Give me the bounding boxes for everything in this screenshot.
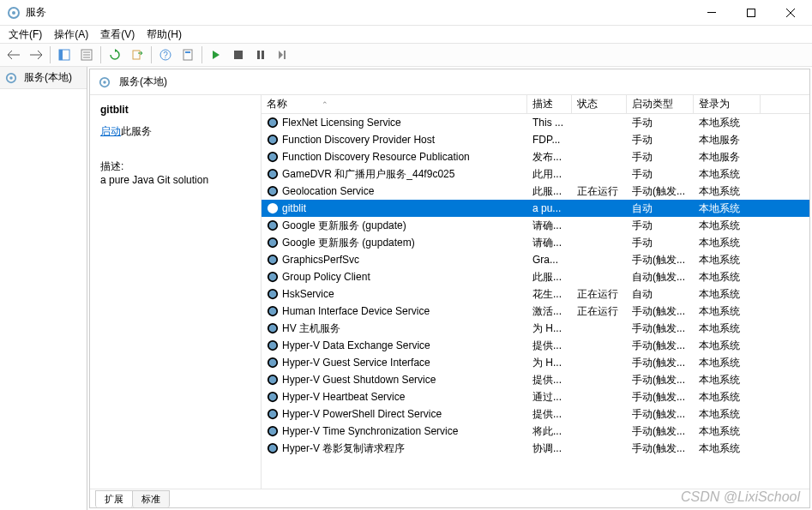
- separator: [50, 46, 51, 63]
- service-row[interactable]: Hyper-V Guest Shutdown Service提供...手动(触发…: [262, 371, 809, 388]
- svg-point-41: [271, 292, 274, 296]
- service-desc: 通过...: [527, 388, 572, 405]
- svg-point-53: [271, 395, 274, 399]
- service-row[interactable]: Function Discovery Resource Publication发…: [262, 148, 809, 165]
- service-logon: 本地系统: [694, 303, 761, 320]
- service-status: [572, 423, 627, 440]
- service-start-type: 手动(触发...: [627, 303, 694, 320]
- service-row[interactable]: Hyper-V Guest Service Interface为 H...手动(…: [262, 354, 809, 371]
- service-row[interactable]: HskService花生...正在运行自动本地系统: [262, 285, 809, 303]
- gear-icon: [267, 254, 279, 266]
- service-row[interactable]: Hyper-V Heartbeat Service通过...手动(触发...本地…: [262, 388, 809, 405]
- menu-help[interactable]: 帮助(H): [141, 26, 187, 44]
- gear-icon: [267, 339, 279, 351]
- service-row[interactable]: HV 主机服务为 H...手动(触发...本地系统: [262, 320, 809, 337]
- service-desc: 此服...: [527, 183, 572, 200]
- gear-icon: [267, 322, 279, 334]
- service-logon: 本地服务: [694, 148, 761, 165]
- start-suffix: 此服务: [121, 125, 152, 137]
- service-name: gitblit: [282, 202, 306, 214]
- service-name: Hyper-V Data Exchange Service: [282, 339, 430, 351]
- service-desc: 协调...: [527, 440, 572, 457]
- restart-service-button[interactable]: [273, 45, 293, 65]
- svg-point-55: [271, 412, 274, 416]
- service-row[interactable]: Geolocation Service此服...正在运行手动(触发...本地系统: [262, 183, 809, 200]
- service-row[interactable]: GraphicsPerfSvcGra...手动(触发...本地系统: [262, 251, 809, 268]
- svg-rect-3: [748, 9, 755, 16]
- tab-extended[interactable]: 扩展: [95, 490, 133, 507]
- service-row[interactable]: Hyper-V Time Synchronization Service将此..…: [262, 423, 809, 440]
- gear-icon: [267, 357, 279, 369]
- service-row[interactable]: GameDVR 和广播用户服务_44f9c025此用...手动本地系统: [262, 165, 809, 183]
- refresh-button[interactable]: [105, 45, 125, 65]
- menu-view[interactable]: 查看(V): [95, 26, 140, 44]
- menu-file[interactable]: 文件(F): [3, 26, 47, 44]
- col-header-start[interactable]: 启动类型: [627, 95, 694, 113]
- service-logon: 本地系统: [694, 423, 761, 440]
- col-header-desc[interactable]: 描述: [527, 95, 572, 113]
- service-row[interactable]: Hyper-V PowerShell Direct Service提供...手动…: [262, 405, 809, 423]
- sidebar-item-services-local[interactable]: 服务(本地): [0, 67, 87, 89]
- props-button[interactable]: [177, 45, 198, 65]
- close-button[interactable]: [771, 0, 810, 26]
- svg-point-39: [271, 275, 274, 279]
- tab-standard[interactable]: 标准: [132, 490, 170, 507]
- stop-service-button[interactable]: [228, 45, 249, 65]
- service-status: 正在运行: [572, 285, 627, 303]
- sort-asc-icon: ⌃: [322, 100, 328, 109]
- refresh-icon: [109, 49, 121, 61]
- service-start-type: 手动: [627, 217, 694, 234]
- service-row[interactable]: Group Policy Client此服...自动(触发...本地系统: [262, 268, 809, 285]
- service-desc: 请确...: [527, 234, 572, 251]
- svg-rect-2: [707, 12, 716, 13]
- start-service-link[interactable]: 启动: [100, 125, 121, 137]
- properties-button[interactable]: [76, 45, 97, 65]
- service-start-type: 手动: [627, 165, 694, 183]
- service-row[interactable]: Human Interface Device Service激活...正在运行手…: [262, 303, 809, 320]
- col-header-name[interactable]: 名称⌃: [262, 95, 527, 113]
- service-row[interactable]: Hyper-V 卷影复制请求程序协调...手动(触发...本地系统: [262, 440, 809, 457]
- service-start-type: 手动(触发...: [627, 388, 694, 405]
- service-desc: Gra...: [527, 251, 572, 268]
- svg-point-33: [271, 224, 274, 227]
- svg-rect-12: [234, 51, 243, 59]
- service-list[interactable]: 名称⌃ 描述 状态 启动类型 登录为 FlexNet Licensing Ser…: [262, 95, 809, 489]
- help-button[interactable]: ?: [155, 45, 176, 65]
- col-header-status[interactable]: 状态: [572, 95, 627, 113]
- list-header: 名称⌃ 描述 状态 启动类型 登录为: [262, 95, 809, 114]
- service-row[interactable]: FlexNet Licensing ServiceThis ...手动本地系统: [262, 114, 809, 131]
- service-start-type: 手动(触发...: [627, 337, 694, 354]
- sheet-icon: [182, 49, 194, 61]
- forward-button[interactable]: [26, 45, 46, 65]
- separator: [151, 46, 152, 63]
- list-icon: [81, 49, 93, 61]
- toolbar: ?: [0, 43, 812, 67]
- service-start-type: 手动: [627, 114, 694, 131]
- minimize-icon: [707, 12, 716, 13]
- svg-point-37: [271, 258, 274, 261]
- service-start-type: 手动: [627, 234, 694, 251]
- service-start-type: 手动(触发...: [627, 405, 694, 423]
- service-logon: 本地系统: [694, 285, 761, 303]
- service-name: Human Interface Device Service: [282, 305, 430, 317]
- service-row[interactable]: gitblita pu...自动本地系统: [262, 200, 809, 217]
- service-row[interactable]: Function Discovery Provider HostFDP...手动…: [262, 131, 809, 148]
- service-row[interactable]: Google 更新服务 (gupdatem)请确...手动本地系统: [262, 234, 809, 251]
- menu-action[interactable]: 操作(A): [49, 26, 93, 44]
- window-title: 服务: [26, 5, 692, 20]
- back-button[interactable]: [3, 45, 24, 65]
- col-header-logon[interactable]: 登录为: [694, 95, 761, 113]
- service-desc: 提供...: [527, 405, 572, 423]
- service-row[interactable]: Google 更新服务 (gupdate)请确...手动本地系统: [262, 217, 809, 234]
- show-hide-button[interactable]: [54, 45, 75, 65]
- service-name: Hyper-V Time Synchronization Service: [282, 425, 458, 437]
- gear-icon: [267, 185, 279, 197]
- service-row[interactable]: Hyper-V Data Exchange Service提供...手动(触发.…: [262, 337, 809, 354]
- service-logon: 本地系统: [694, 183, 761, 200]
- gear-icon: [267, 134, 279, 146]
- start-service-button[interactable]: [206, 45, 226, 65]
- export-button[interactable]: [127, 45, 147, 65]
- maximize-button[interactable]: [731, 0, 771, 26]
- minimize-button[interactable]: [692, 0, 731, 26]
- pause-service-button[interactable]: [250, 45, 271, 65]
